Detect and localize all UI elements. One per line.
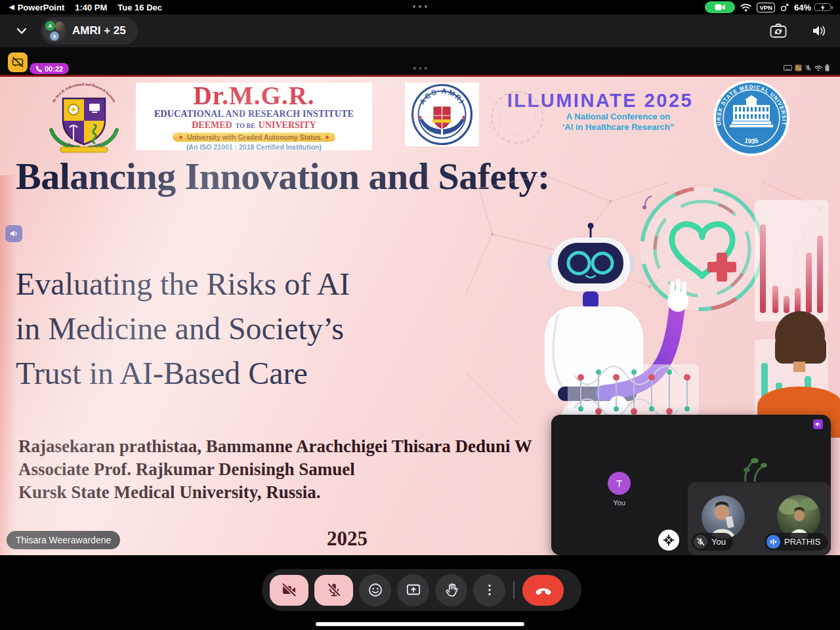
inner-handle-dots bbox=[413, 67, 427, 70]
share-screen-icon bbox=[406, 582, 421, 598]
vpn-badge: VPN bbox=[757, 3, 775, 12]
hotspot-icon bbox=[780, 3, 789, 12]
self-label: You bbox=[602, 499, 636, 507]
minimize-call-button[interactable] bbox=[10, 20, 33, 42]
camera-toggle-button[interactable] bbox=[270, 575, 308, 606]
subtitle-line: Trust in AI-Based Care bbox=[16, 351, 350, 396]
exit-pip-button[interactable] bbox=[658, 530, 679, 551]
chevron-down-icon bbox=[14, 24, 29, 37]
mgr-iso-line: (An ISO 21001 : 2018 Certified Instituti… bbox=[186, 143, 322, 151]
camera-in-use-indicator[interactable] bbox=[705, 1, 735, 13]
reactions-button[interactable] bbox=[359, 574, 391, 606]
sound-bars-icon bbox=[770, 538, 777, 545]
slide-subtitle: Evaluating the Risks of AI in Medicine a… bbox=[16, 262, 350, 396]
tile-name: You bbox=[711, 537, 726, 547]
home-indicator[interactable] bbox=[316, 622, 524, 626]
author-line: Rajasekaran prathistaa, Bammanne Arachch… bbox=[18, 435, 532, 458]
university-word: UNIVERSITY bbox=[259, 120, 316, 131]
mgr-status-pill: ◆ University with Graded Autonomy Status… bbox=[173, 133, 336, 142]
avatar: A bbox=[45, 21, 55, 31]
slide-year: 2025 bbox=[327, 527, 368, 551]
participant-avatar-cluster: A S bbox=[43, 20, 66, 42]
more-options-button[interactable] bbox=[473, 574, 505, 606]
audio-output-button[interactable] bbox=[808, 20, 830, 41]
illuminate-conference-block: ILLUMINATE 2025 A National Conference on… bbox=[500, 90, 700, 133]
back-to-app-button[interactable]: ◀ PowerPoint bbox=[9, 3, 64, 12]
ipad-screen: ◀ PowerPoint 1:40 PM Tue 16 Dec VPN 64% bbox=[0, 0, 840, 630]
stop-sharing-button[interactable] bbox=[8, 52, 28, 72]
screen-share-strip: 00:22 bbox=[0, 47, 840, 75]
mgr-crest-logo: Dr M.G.R. Educational and Research Insti… bbox=[38, 79, 130, 154]
cast-icon bbox=[784, 65, 792, 71]
raised-hand-icon bbox=[444, 582, 459, 598]
subtitle-line: in Medicine and Society’s bbox=[16, 306, 350, 351]
raise-hand-button[interactable] bbox=[435, 574, 467, 606]
back-arrow-icon: ◀ bbox=[9, 4, 14, 10]
camera-off-icon bbox=[281, 582, 298, 598]
camera-flip-icon bbox=[770, 23, 787, 39]
back-app-label: PowerPoint bbox=[18, 3, 65, 12]
mini-battery-icon bbox=[825, 64, 830, 72]
tile-name: PRATHIS bbox=[784, 537, 820, 547]
mic-off-icon bbox=[696, 537, 705, 546]
illuminate-subtitle2: ‘AI in Healthcare Research” bbox=[536, 122, 700, 133]
speaking-indicator bbox=[766, 535, 780, 549]
more-vertical-icon bbox=[482, 582, 497, 598]
mgr-deemed-line: DEEMED TO BE UNIVERSITY bbox=[192, 120, 316, 131]
meeting-title-pill[interactable]: A S AMRI + 25 bbox=[41, 17, 138, 45]
author-line: Kursk State Medical University, Russia. bbox=[18, 481, 532, 504]
emoji-icon bbox=[368, 582, 383, 598]
audio-playing-badge[interactable] bbox=[813, 419, 823, 429]
mirrored-status-icons bbox=[784, 64, 830, 72]
mic-muted-indicator bbox=[694, 535, 707, 549]
speaker-name-tag: Thisara Weerawardene bbox=[7, 531, 120, 549]
clock-date: Tue 16 Dec bbox=[117, 3, 162, 12]
illuminate-subtitle1: A National Conference on bbox=[536, 112, 700, 122]
slide-authors: Rajasekaran prathistaa, Bammanne Arachch… bbox=[18, 435, 532, 504]
screenshot-icon bbox=[795, 64, 802, 72]
diamond-bullet-icon: ◆ bbox=[326, 135, 329, 140]
slide-audio-button[interactable] bbox=[5, 225, 22, 242]
self-avatar: T bbox=[608, 472, 631, 495]
wifi-icon bbox=[740, 3, 751, 12]
collapse-arrows-icon bbox=[662, 534, 675, 547]
acs-amri-logo-box: ACS AMRI bbox=[405, 83, 479, 146]
tiny-speaker-icon bbox=[815, 421, 821, 427]
subtitle-line: Evaluating the Risks of AI bbox=[16, 262, 350, 306]
globe-swirl-icon bbox=[491, 91, 543, 144]
avatar: S bbox=[50, 32, 59, 41]
end-call-icon bbox=[534, 582, 553, 598]
mic-off-icon bbox=[326, 582, 342, 598]
ipad-status-bar: ◀ PowerPoint 1:40 PM Tue 16 Dec VPN 64% bbox=[0, 0, 840, 14]
deemed-word: DEEMED bbox=[192, 120, 232, 131]
mgr-name: Dr.M.G.R. bbox=[193, 83, 314, 109]
to-be-word: TO BE bbox=[236, 122, 255, 129]
tile-label-prathis: PRATHIS bbox=[765, 533, 828, 551]
call-timer: 00:22 bbox=[45, 65, 63, 73]
kursk-year-text: 1935 bbox=[744, 136, 759, 144]
meeting-title: AMRI + 25 bbox=[72, 24, 126, 37]
mic-muted-icon bbox=[805, 64, 812, 72]
end-call-button[interactable] bbox=[522, 575, 564, 606]
present-button[interactable] bbox=[397, 574, 429, 606]
multitask-handle-dots[interactable] bbox=[413, 5, 427, 8]
mgr-banner: Dr.M.G.R. EDUCATIONAL AND RESEARCH INSTI… bbox=[136, 83, 372, 150]
avatar bbox=[55, 22, 64, 31]
meet-header: A S AMRI + 25 bbox=[0, 14, 840, 47]
call-control-bar bbox=[262, 569, 581, 611]
call-timer-pill[interactable]: 00:22 bbox=[30, 63, 69, 74]
speaker-icon bbox=[811, 24, 827, 37]
battery-percent: 64% bbox=[794, 3, 811, 12]
participant-thumbnails-panel: You PRATHIS bbox=[688, 482, 831, 555]
mic-toggle-button[interactable] bbox=[314, 575, 353, 606]
mgr-line2: EDUCATIONAL AND RESEARCH INSTITUTE bbox=[154, 109, 354, 119]
control-divider bbox=[513, 581, 514, 599]
author-line: Associate Prof. Rajkumar Denisingh Samue… bbox=[18, 458, 532, 481]
switch-camera-button[interactable] bbox=[768, 20, 789, 41]
small-speaker-icon bbox=[10, 230, 18, 238]
plant-decor bbox=[739, 455, 768, 483]
participant-video-prathis[interactable] bbox=[777, 495, 820, 538]
participant-photo bbox=[777, 495, 820, 538]
self-view-window[interactable]: T You You bbox=[551, 415, 831, 555]
camera-icon bbox=[715, 4, 725, 10]
